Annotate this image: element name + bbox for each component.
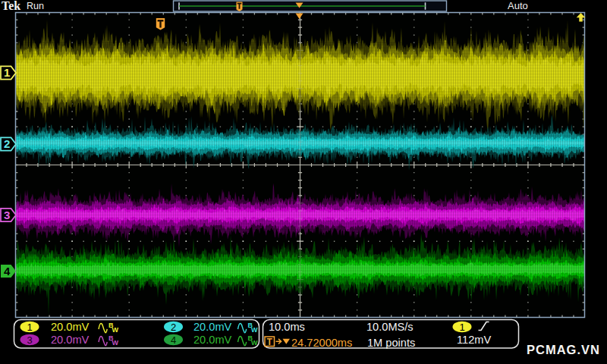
svg-text:20.0mV: 20.0mV (193, 321, 232, 333)
svg-text:W: W (112, 339, 119, 347)
svg-text:PCMAG.VN: PCMAG.VN (527, 343, 600, 356)
svg-text:Run: Run (27, 1, 44, 11)
svg-text:24.72000ms: 24.72000ms (291, 337, 352, 349)
svg-text:20.0mV: 20.0mV (51, 321, 90, 333)
svg-text:Tek: Tek (2, 0, 20, 12)
svg-text:4: 4 (171, 334, 176, 346)
svg-text:1: 1 (4, 66, 10, 79)
svg-text:112mV: 112mV (457, 334, 491, 346)
svg-text:20.0mV: 20.0mV (193, 334, 232, 346)
svg-text:W: W (251, 326, 258, 334)
svg-text:10.0MS/s: 10.0MS/s (366, 321, 414, 333)
svg-text:Auto: Auto (508, 0, 528, 11)
svg-text:1: 1 (27, 322, 32, 333)
svg-text:3: 3 (4, 209, 10, 221)
svg-text:T: T (267, 337, 273, 347)
svg-text:1: 1 (459, 322, 464, 333)
svg-text:20.0mV: 20.0mV (51, 334, 90, 346)
svg-text:4: 4 (4, 265, 11, 278)
svg-text:2: 2 (4, 137, 10, 150)
svg-text:10.0ms: 10.0ms (269, 321, 305, 333)
svg-text:2: 2 (171, 322, 176, 333)
svg-text:W: W (251, 339, 258, 347)
svg-text:W: W (112, 326, 119, 334)
svg-text:3: 3 (27, 334, 32, 346)
svg-text:1M points: 1M points (367, 337, 415, 349)
